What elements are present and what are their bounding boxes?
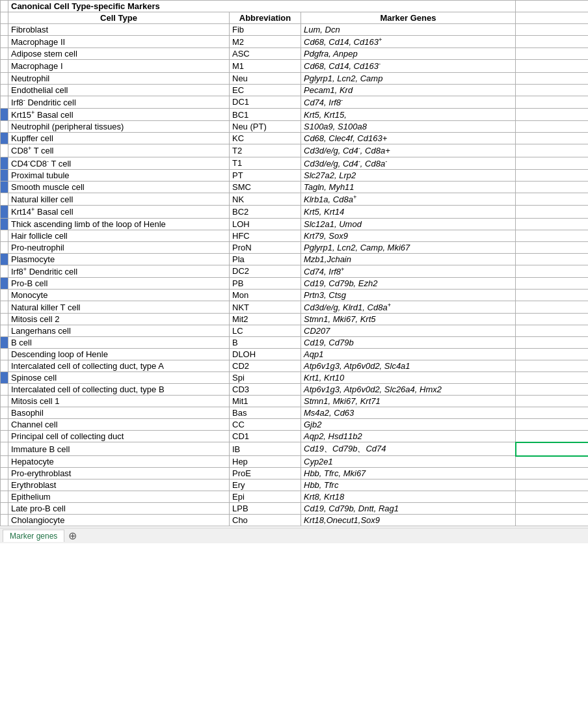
cell-type-name: Natural killer cell [8,193,230,205]
cell-type-name: Kupffer cell [8,133,230,144]
marker-genes: Atp6v1g3, Atp6v0d2, Slc4a1 [301,360,516,372]
extra-cell [516,314,589,325]
row-indicator [1,349,8,360]
cell-type-name: Intercalated cell of collecting duct, ty… [8,384,230,396]
extra-cell [516,337,589,349]
cell-type-name: Hair follicle cell [8,230,230,241]
table-row: Intercalated cell of collecting duct, ty… [1,384,589,396]
extra-cell [516,277,589,289]
cell-type-name: Natural killer T cell [8,301,230,313]
cell-type-name: Macrophage II [8,36,230,48]
marker-genes: Pdgfra, Anpep [301,48,516,60]
row-indicator [1,431,8,442]
row-indicator [1,60,8,72]
table-row: Late pro-B cellLPBCd19, Cd79b, Dntt, Rag… [1,503,589,515]
col-abbreviation-header: Abbreviation [230,12,301,24]
row-indicator [1,265,8,277]
cell-type-name: Immature B cell [8,442,230,456]
abbreviation: Neu [230,72,301,84]
abbreviation: DC1 [230,96,301,108]
marker-genes: Pglyrp1, Lcn2, Camp [301,72,516,84]
abbreviation: Hep [230,456,301,468]
cell-type-name: Proximal tubule [8,169,230,181]
extra-cell [516,72,589,84]
abbreviation: M2 [230,36,301,48]
abbreviation: Pla [230,253,301,265]
abbreviation: KC [230,133,301,144]
extra-cell [516,157,589,169]
extra-cell [516,230,589,241]
abbreviation: ProN [230,241,301,253]
marker-genes: Slc12a1, Umod [301,218,516,230]
marker-genes: Hbb, Tfrc, Mki67 [301,468,516,479]
cell-type-name: Smooth muscle cell [8,181,230,193]
cell-type-name: Cholangiocyte [8,515,230,526]
row-indicator [1,36,8,48]
marker-genes: Mzb1,Jchain [301,253,516,265]
extra-cell [516,48,589,60]
marker-genes: Atp6v1g3, Atp6v0d2, Slc26a4, Hmx2 [301,384,516,396]
abbreviation: Neu (PT) [230,121,301,133]
marker-genes: Cd19, Cd79b, Dntt, Rag1 [301,503,516,515]
row-indicator [1,218,8,230]
abbreviation: CD2 [230,360,301,372]
header-row: Cell Type Abbreviation Marker Genes [1,12,589,24]
marker-genes: Stmn1, Mki67, Krt5 [301,314,516,325]
table-row: Proximal tubulePTSlc27a2, Lrp2 [1,169,589,181]
cell-type-name: Irf8- Dendritic cell [8,96,230,108]
cell-type-name: Channel cell [8,419,230,431]
row-indicator [1,515,8,526]
marker-genes: Krt5, Krt14 [301,206,516,218]
marker-genes: Krt8, Krt18 [301,491,516,503]
marker-genes: Krt79, Sox9 [301,230,516,241]
table-row: Neutrophil (peripheral tissues)Neu (PT)S… [1,121,589,133]
abbreviation: HFC [230,230,301,241]
marker-genes: Krt5, Krt15, [301,108,516,120]
title-indicator-cell [1,1,8,12]
cell-type-name: Neutrophil (peripheral tissues) [8,121,230,133]
row-indicator [1,241,8,253]
marker-genes: Cyp2e1 [301,456,516,468]
abbreviation: CC [230,419,301,431]
table-row: BasophilBasMs4a2, Cd63 [1,407,589,419]
extra-cell [516,144,589,157]
table-row: FibroblastFibLum, Dcn [1,24,589,36]
row-indicator [1,419,8,431]
marker-genes: Klrb1a, Cd8a+ [301,193,516,205]
cell-type-name: Pro-B cell [8,277,230,289]
row-indicator [1,181,8,193]
tab-marker-genes[interactable]: Marker genes [3,530,64,542]
row-indicator [1,108,8,120]
cell-type-name: Mitosis cell 2 [8,314,230,325]
add-sheet-icon[interactable]: ⊕ [68,530,77,542]
row-indicator [1,84,8,96]
table-row: Intercalated cell of collecting duct, ty… [1,360,589,372]
table-row: Pro-B cellPBCd19, Cd79b, Ezh2 [1,277,589,289]
extra-cell [516,479,589,491]
cell-type-name: Intercalated cell of collecting duct, ty… [8,360,230,372]
table-row: Spinose cellSpiKrt1, Krt10 [1,372,589,384]
row-indicator [1,121,8,133]
table-row: Pro-erythroblastProEHbb, Tfrc, Mki67 [1,468,589,479]
cell-type-name: Krt15+ Basal cell [8,108,230,120]
row-indicator [1,193,8,205]
marker-genes: Cd68, Cd14, Cd163- [301,60,516,72]
table-row: Immature B cellIBCd19、Cd79b、Cd74 [1,442,589,456]
extra-cell [516,253,589,265]
marker-genes: Tagln, Myh11 [301,181,516,193]
abbreviation: CD1 [230,431,301,442]
cell-type-name: Langerhans cell [8,325,230,337]
cell-type-name: Late pro-B cell [8,503,230,515]
row-indicator [1,360,8,372]
table-row: Channel cellCCGjb2 [1,419,589,431]
cell-type-name: CD4-CD8- T cell [8,157,230,169]
marker-genes: Cd68, Clec4f, Cd163+ [301,133,516,144]
marker-genes: Cd3d/e/g, Klrd1, Cd8a+ [301,301,516,313]
abbreviation: Mon [230,289,301,301]
marker-genes: Cd19、Cd79b、Cd74 [301,442,516,456]
extra-cell [516,407,589,419]
cell-type-name: Erythroblast [8,479,230,491]
table-row: Irf8- Dendritic cellDC1Cd74, Irf8- [1,96,589,108]
table-row: Adipose stem cellASCPdgfra, Anpep [1,48,589,60]
extra-cell [516,206,589,218]
